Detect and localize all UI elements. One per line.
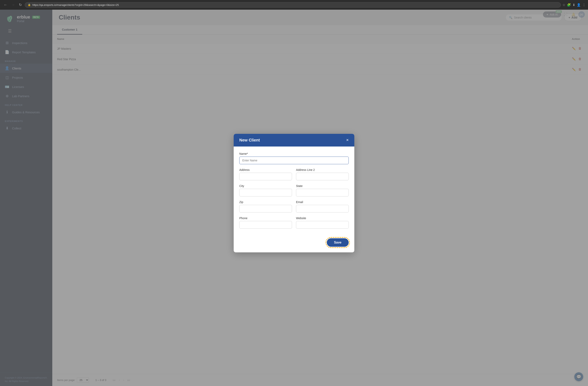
email-input[interactable]	[296, 205, 349, 212]
website-input[interactable]	[296, 221, 349, 229]
address-input[interactable]	[239, 173, 292, 180]
zip-email-row: Zip Email	[239, 201, 349, 212]
phone-website-row: Phone Website	[239, 217, 349, 229]
city-input[interactable]	[239, 189, 292, 196]
new-client-modal: New Client × Name* Address Address Line …	[234, 134, 354, 252]
modal-overlay[interactable]: New Client × Name* Address Address Line …	[0, 0, 588, 386]
bookmark-button[interactable]: ☆	[563, 3, 565, 7]
save-button[interactable]: Save	[327, 238, 349, 247]
name-input[interactable]	[239, 157, 349, 164]
name-label: Name*	[239, 152, 349, 155]
modal-footer: Save	[234, 238, 354, 252]
website-label: Website	[296, 217, 349, 220]
address-label: Address	[239, 168, 292, 171]
state-group: State	[296, 184, 349, 196]
phone-label: Phone	[239, 217, 292, 220]
menu-button[interactable]: ⋮	[582, 3, 586, 7]
browser-url: https://qa.ereports.io/manage/clients?or…	[32, 3, 119, 6]
address-line2-group: Address Line 2	[296, 168, 349, 180]
lock-icon: 🔒	[28, 3, 31, 6]
browser-actions: ☆ 🧩 ⬇ 👤 ⋮	[563, 3, 586, 7]
forward-button[interactable]: →	[10, 2, 16, 8]
modal-header: New Client ×	[234, 134, 354, 146]
city-label: City	[239, 184, 292, 188]
zip-input[interactable]	[239, 205, 292, 212]
address-line2-input[interactable]	[296, 173, 349, 180]
website-group: Website	[296, 217, 349, 229]
zip-group: Zip	[239, 201, 292, 212]
browser-chrome: ← → ↻ 🔒 https://qa.ereports.io/manage/cl…	[0, 0, 588, 10]
phone-input[interactable]	[239, 221, 292, 229]
state-input[interactable]	[296, 189, 349, 196]
profile-button[interactable]: 👤	[577, 3, 581, 7]
state-label: State	[296, 184, 349, 188]
zip-label: Zip	[239, 201, 292, 204]
email-group: Email	[296, 201, 349, 212]
name-field-group: Name*	[239, 152, 349, 164]
back-button[interactable]: ←	[2, 2, 8, 8]
address-line2-label: Address Line 2	[296, 168, 349, 171]
extensions-button[interactable]: 🧩	[567, 3, 571, 7]
email-label: Email	[296, 201, 349, 204]
download-button[interactable]: ⬇	[572, 3, 575, 7]
phone-group: Phone	[239, 217, 292, 229]
address-group: Address	[239, 168, 292, 180]
modal-title: New Client	[239, 138, 260, 142]
city-group: City	[239, 184, 292, 196]
city-state-row: City State	[239, 184, 349, 196]
modal-close-button[interactable]: ×	[346, 138, 349, 142]
address-bar: 🔒 https://qa.ereports.io/manage/clients?…	[25, 2, 561, 8]
address-row: Address Address Line 2	[239, 168, 349, 180]
reload-button[interactable]: ↻	[18, 2, 23, 8]
modal-body: Name* Address Address Line 2 City	[234, 146, 354, 238]
